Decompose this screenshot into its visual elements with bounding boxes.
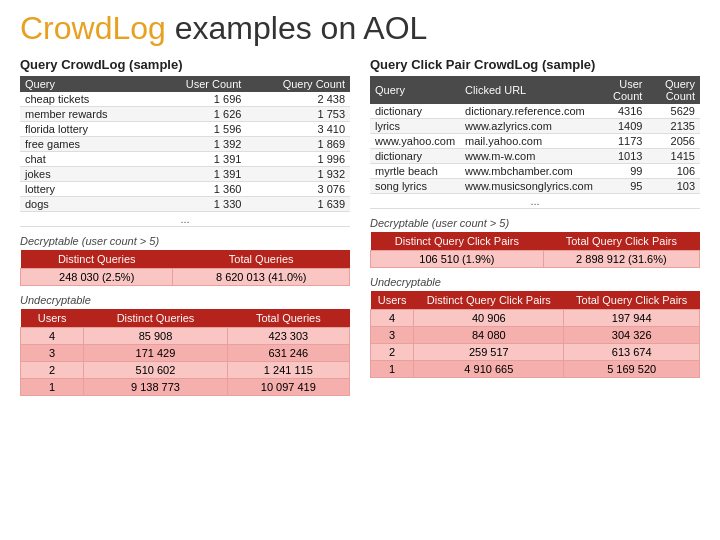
left-decryptable-section: Decryptable (user count > 5) Distinct Qu… (20, 235, 350, 286)
col-header: Total Query Click Pairs (564, 291, 700, 310)
table-cell: 1 391 (152, 167, 246, 182)
table-cell: 3 410 (246, 122, 350, 137)
table-cell: 1 241 115 (227, 362, 349, 379)
left-panel: Query CrowdLog (sample) Query User Count… (20, 57, 350, 396)
left-col-query-count: Query Count (246, 76, 350, 92)
right-decrypt-table: Distinct Query Click PairsTotal Query Cl… (370, 232, 700, 268)
table-row: www.yahoo.commail.yahoo.com11732056 (370, 134, 700, 149)
table-cell-dots: ... (370, 194, 700, 209)
table-cell: 2 (21, 362, 84, 379)
table-cell: 3 (371, 327, 414, 344)
table-cell: 1 596 (152, 122, 246, 137)
table-cell: mail.yahoo.com (460, 134, 598, 149)
right-undecryptable-section: Undecryptable UsersDistinct Query Click … (370, 276, 700, 378)
table-cell: 95 (598, 179, 648, 194)
col-header: Total Query Click Pairs (543, 232, 699, 251)
table-row: lottery1 3603 076 (20, 182, 350, 197)
table-cell: 1 360 (152, 182, 246, 197)
table-cell: 5 169 520 (564, 361, 700, 378)
table-cell: 1 932 (246, 167, 350, 182)
table-cell: 2056 (647, 134, 700, 149)
table-cell-dots: ... (20, 212, 350, 227)
right-col-url: Clicked URL (460, 76, 598, 104)
col-header: Distinct Query Click Pairs (414, 291, 564, 310)
table-cell: 4 (21, 328, 84, 345)
table-row: 14 910 6655 169 520 (371, 361, 700, 378)
table-cell: 5629 (647, 104, 700, 119)
table-cell: 103 (647, 179, 700, 194)
table-cell: www.azlyrics.com (460, 119, 598, 134)
table-cell: 4 (371, 310, 414, 327)
table-row: florida lottery1 5963 410 (20, 122, 350, 137)
right-decryptable-section: Decryptable (user count > 5) Distinct Qu… (370, 217, 700, 268)
table-row: myrtle beachwww.mbchamber.com99106 (370, 164, 700, 179)
table-cell: 1 639 (246, 197, 350, 212)
table-row: 106 510 (1.9%)2 898 912 (31.6%) (371, 251, 700, 268)
col-header: Users (371, 291, 414, 310)
right-sample-table: Query Clicked URL User Count Query Count… (370, 76, 700, 209)
table-cell: 1 696 (152, 92, 246, 107)
table-row: dogs1 3301 639 (20, 197, 350, 212)
table-cell: 1 (21, 379, 84, 396)
table-cell: 106 510 (1.9%) (371, 251, 544, 268)
table-cell: 171 429 (84, 345, 227, 362)
table-cell: cheap tickets (20, 92, 152, 107)
right-panel: Query Click Pair CrowdLog (sample) Query… (370, 57, 700, 396)
table-row: ... (20, 212, 350, 227)
right-decryptable-label: Decryptable (user count > 5) (370, 217, 700, 229)
left-section-title: Query CrowdLog (sample) (20, 57, 350, 72)
table-cell: 423 303 (227, 328, 349, 345)
table-cell: 1 392 (152, 137, 246, 152)
table-row: jokes1 3911 932 (20, 167, 350, 182)
table-cell: 1409 (598, 119, 648, 134)
table-row: 248 030 (2.5%)8 620 013 (41.0%) (21, 269, 350, 286)
left-col-user-count: User Count (152, 76, 246, 92)
table-cell: 613 674 (564, 344, 700, 361)
table-cell: www.m-w.com (460, 149, 598, 164)
table-cell: 1415 (647, 149, 700, 164)
left-undecryptable-label: Undecryptable (20, 294, 350, 306)
table-cell: 1 391 (152, 152, 246, 167)
table-cell: jokes (20, 167, 152, 182)
table-cell: 10 097 419 (227, 379, 349, 396)
table-cell: member rewards (20, 107, 152, 122)
left-decryptable-label: Decryptable (user count > 5) (20, 235, 350, 247)
table-row: dictionarydictionary.reference.com431656… (370, 104, 700, 119)
table-cell: dictionary (370, 104, 460, 119)
table-cell: 8 620 013 (41.0%) (173, 269, 350, 286)
table-cell: 85 908 (84, 328, 227, 345)
table-cell: myrtle beach (370, 164, 460, 179)
right-undecryptable-label: Undecryptable (370, 276, 700, 288)
left-decrypt-table: Distinct QueriesTotal Queries 248 030 (2… (20, 250, 350, 286)
col-header: Distinct Query Click Pairs (371, 232, 544, 251)
table-row: 19 138 77310 097 419 (21, 379, 350, 396)
table-cell: 1 626 (152, 107, 246, 122)
table-cell: chat (20, 152, 152, 167)
table-cell: 99 (598, 164, 648, 179)
table-cell: www.mbchamber.com (460, 164, 598, 179)
table-row: free games1 3921 869 (20, 137, 350, 152)
table-row: song lyricswww.musicsonglyrics.com95103 (370, 179, 700, 194)
right-col-query-count: Query Count (647, 76, 700, 104)
table-row: 2259 517613 674 (371, 344, 700, 361)
right-section-title: Query Click Pair CrowdLog (sample) (370, 57, 700, 72)
table-cell: 106 (647, 164, 700, 179)
table-cell: 1 869 (246, 137, 350, 152)
left-undecryptable-section: Undecryptable UsersDistinct QueriesTotal… (20, 294, 350, 396)
table-cell: lyrics (370, 119, 460, 134)
table-cell: lottery (20, 182, 152, 197)
col-header: Total Queries (173, 250, 350, 269)
table-cell: 259 517 (414, 344, 564, 361)
table-cell: florida lottery (20, 122, 152, 137)
table-cell: 1 330 (152, 197, 246, 212)
table-row: 440 906197 944 (371, 310, 700, 327)
table-row: dictionarywww.m-w.com10131415 (370, 149, 700, 164)
table-cell: dogs (20, 197, 152, 212)
table-row: chat1 3911 996 (20, 152, 350, 167)
table-cell: 2135 (647, 119, 700, 134)
table-cell: 3 076 (246, 182, 350, 197)
left-undecrypt-table: UsersDistinct QueriesTotal Queries 485 9… (20, 309, 350, 396)
table-cell: song lyrics (370, 179, 460, 194)
left-sample-table: Query User Count Query Count cheap ticke… (20, 76, 350, 227)
table-cell: 3 (21, 345, 84, 362)
